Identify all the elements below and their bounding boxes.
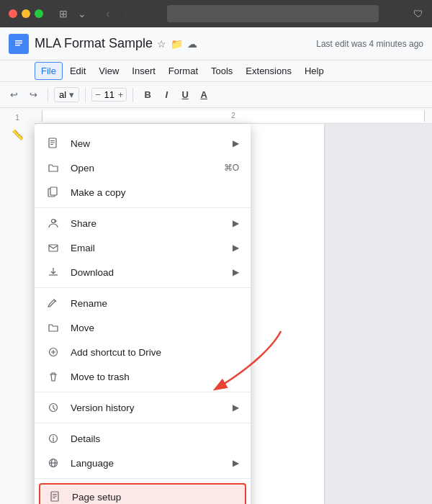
undo-button[interactable]: ↩ xyxy=(6,86,22,103)
bold-button[interactable]: B xyxy=(139,86,156,104)
share-icon xyxy=(46,216,60,230)
move-label: Move xyxy=(71,323,239,333)
menu-section-3: Rename Move Add shortcut to Drive Move t… xyxy=(35,288,251,392)
menu-bar: File Edit View Insert Format Tools Exten… xyxy=(0,60,432,82)
font-size-decrease-icon[interactable]: − xyxy=(95,89,101,100)
add-shortcut-label: Add shortcut to Drive xyxy=(71,347,239,358)
app-bar: MLA Format Sample ☆ 📁 ☁ Last edit was 4 … xyxy=(0,27,432,60)
move-to-trash-label: Move to trash xyxy=(71,372,239,382)
underline-button[interactable]: U xyxy=(176,86,194,104)
sidebar-toggle-icon[interactable]: ⊞ xyxy=(56,6,71,21)
email-icon xyxy=(46,240,60,255)
make-copy-icon xyxy=(46,185,60,199)
email-arrow-icon: ▶ xyxy=(233,243,239,253)
version-history-label: Version history xyxy=(71,402,233,413)
ruler-icon: 📏 xyxy=(12,129,24,140)
open-shortcut: ⌘O xyxy=(224,163,239,173)
svg-rect-1 xyxy=(15,40,22,42)
menu-item-open[interactable]: Open ⌘O xyxy=(35,156,251,180)
menu-item-share[interactable]: Share ▶ xyxy=(35,211,251,235)
cloud-icon[interactable]: ☁ xyxy=(187,38,197,50)
make-copy-label: Make a copy xyxy=(71,187,239,198)
version-history-icon xyxy=(46,400,60,415)
menu-item-email[interactable]: Email ▶ xyxy=(35,235,251,260)
menu-item-move-to-trash[interactable]: Move to trash xyxy=(35,364,251,389)
doc-title-row: MLA Format Sample ☆ 📁 ☁ xyxy=(35,36,197,51)
menu-item-details[interactable]: Details xyxy=(35,426,251,451)
doc-icon xyxy=(9,34,29,54)
rename-label: Rename xyxy=(71,298,239,309)
svg-rect-5 xyxy=(50,140,55,141)
toolbar: ↩ ↪ al ▾ − 11 + B I U A xyxy=(0,82,432,108)
menu-section-4: Version history ▶ xyxy=(35,392,251,423)
file-dropdown-menu: New ▶ Open ⌘O Make a copy xyxy=(35,124,251,504)
strikethrough-button[interactable]: A xyxy=(195,86,212,104)
menu-item-edit[interactable]: Edit xyxy=(64,63,91,79)
address-bar[interactable] xyxy=(167,5,379,22)
menu-section-5: Details Language ▶ xyxy=(35,423,251,479)
menu-item-tools[interactable]: Tools xyxy=(205,63,238,79)
menu-item-file[interactable]: File xyxy=(35,62,63,80)
menu-item-add-shortcut[interactable]: Add shortcut to Drive xyxy=(35,340,251,364)
svg-rect-19 xyxy=(53,494,57,495)
back-icon[interactable]: ‹ xyxy=(101,6,115,21)
redo-button[interactable]: ↪ xyxy=(25,86,42,103)
forward-icon[interactable]: › xyxy=(118,6,132,21)
menu-item-insert[interactable]: Insert xyxy=(126,63,161,79)
traffic-lights xyxy=(9,9,43,18)
new-doc-icon xyxy=(46,136,60,150)
menu-item-new[interactable]: New ▶ xyxy=(35,131,251,156)
menu-item-page-setup[interactable]: Page setup xyxy=(39,483,246,504)
language-arrow-icon: ▶ xyxy=(233,458,239,468)
ruler: 2 xyxy=(35,108,432,124)
share-label: Share xyxy=(71,218,233,229)
add-shortcut-icon xyxy=(46,345,60,359)
menu-item-move[interactable]: Move xyxy=(35,315,251,340)
page-setup-label: Page setup xyxy=(72,492,238,503)
new-arrow-icon: ▶ xyxy=(233,138,239,148)
menu-item-help[interactable]: Help xyxy=(299,63,330,79)
shield-icon: 🛡 xyxy=(413,8,423,19)
format-buttons: B I U A xyxy=(139,86,212,104)
language-label: Language xyxy=(71,458,233,469)
menu-item-language[interactable]: Language ▶ xyxy=(35,451,251,475)
move-icon xyxy=(46,320,60,335)
svg-point-15 xyxy=(53,436,54,437)
svg-rect-9 xyxy=(50,187,57,195)
svg-rect-2 xyxy=(15,42,22,44)
open-label: Open xyxy=(71,163,224,174)
folder-icon[interactable]: 📁 xyxy=(171,38,183,50)
details-icon xyxy=(46,431,60,446)
menu-item-download[interactable]: Download ▶ xyxy=(35,260,251,284)
font-size-increase-icon[interactable]: + xyxy=(118,89,124,100)
menu-item-make-copy[interactable]: Make a copy xyxy=(35,180,251,204)
star-icon[interactable]: ☆ xyxy=(157,38,166,50)
nav-controls: ‹ › xyxy=(101,6,132,21)
menu-item-format[interactable]: Format xyxy=(163,63,204,79)
menu-item-extensions[interactable]: Extensions xyxy=(240,63,297,79)
download-label: Download xyxy=(71,267,233,278)
svg-rect-20 xyxy=(53,496,57,497)
menu-item-view[interactable]: View xyxy=(93,63,125,79)
font-selector[interactable]: al ▾ xyxy=(54,87,79,102)
font-size-controls: − 11 + xyxy=(91,88,127,102)
share-arrow-icon: ▶ xyxy=(233,218,239,228)
page-number-label: 1 xyxy=(15,114,19,122)
menu-section-6: Page setup Print preview Print ⌘P xyxy=(35,479,251,504)
title-bar-right: 🛡 xyxy=(413,8,423,19)
font-size-value[interactable]: 11 xyxy=(102,89,117,100)
svg-rect-7 xyxy=(50,144,53,145)
minimize-button[interactable] xyxy=(22,9,30,18)
italic-button[interactable]: I xyxy=(158,86,175,104)
rename-icon xyxy=(46,296,60,310)
download-icon xyxy=(46,265,60,279)
language-icon xyxy=(46,456,60,470)
close-button[interactable] xyxy=(9,9,17,18)
doc-title-icons: ☆ 📁 ☁ xyxy=(157,38,197,50)
download-arrow-icon: ▶ xyxy=(233,267,239,277)
menu-item-rename[interactable]: Rename xyxy=(35,291,251,315)
fullscreen-button[interactable] xyxy=(35,9,43,18)
doc-title[interactable]: MLA Format Sample xyxy=(35,36,153,51)
expand-icon[interactable]: ⌄ xyxy=(75,6,89,21)
menu-item-version-history[interactable]: Version history ▶ xyxy=(35,395,251,420)
